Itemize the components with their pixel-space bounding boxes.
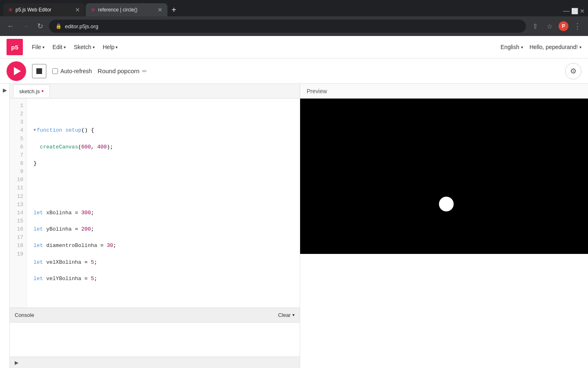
settings-button[interactable]: ⚙: [565, 63, 581, 79]
preview-header: Preview: [300, 84, 588, 99]
code-editor-column: sketch.js • 1 2 3 4 5 6 7 8 9 10: [10, 84, 300, 368]
file-chevron: ▾: [42, 45, 45, 49]
sidebar-toggle[interactable]: ▶: [0, 84, 10, 368]
user-chevron: ▾: [579, 45, 581, 49]
code-line-12: [33, 291, 293, 299]
code-line-1: [33, 110, 293, 118]
play-icon: [14, 67, 21, 75]
user-menu[interactable]: Hello, pepedurand! ▾: [530, 44, 581, 50]
code-line-3: createCanvas(600, 400);: [33, 143, 293, 151]
console-header: Console Clear ▾: [10, 308, 300, 323]
browser-chrome: ✳ p5.js Web Editor ✕ ✳ reference | circl…: [0, 0, 588, 36]
auto-refresh-label[interactable]: Auto-refresh: [52, 68, 92, 74]
code-line-7: let xBolinha = 300;: [33, 209, 293, 217]
editor-tab-bar: sketch.js •: [10, 84, 300, 99]
forward-button[interactable]: →: [20, 20, 31, 32]
sketch-name-area: Round popcorn ✏: [98, 67, 147, 74]
code-area[interactable]: 1 2 3 4 5 6 7 8 9 10 11 12 13 14 15 16 1: [10, 99, 300, 307]
stop-icon: [36, 68, 42, 74]
modified-dot: •: [42, 88, 44, 95]
console-clear-btn[interactable]: Clear ▾: [278, 312, 295, 318]
browser-controls-bar: ← → ↻ 🔒 editor.p5js.org ⇧ ☆ P ⋮: [0, 16, 588, 36]
code-line-2: ▼function setup() {: [33, 126, 293, 135]
console-expand-icon: ▾: [292, 312, 295, 318]
close-icon[interactable]: ✕: [580, 8, 585, 14]
p5-logo: p5: [7, 39, 23, 55]
browser-tabs-bar: ✳ p5.js Web Editor ✕ ✳ reference | circl…: [0, 0, 588, 16]
code-line-4: }: [33, 159, 293, 168]
lang-chevron: ▾: [521, 45, 523, 49]
address-bar[interactable]: 🔒 editor.p5js.org: [49, 20, 526, 33]
app: p5 File ▾ Edit ▾ Sketch ▾ Help ▾ English…: [0, 36, 588, 368]
tab2-title: reference | circle(): [98, 7, 155, 13]
share-button[interactable]: ⇧: [529, 20, 541, 32]
maximize-icon[interactable]: ⬜: [571, 8, 578, 14]
console-title: Console: [15, 312, 34, 318]
new-tab-button[interactable]: +: [168, 3, 180, 16]
lock-icon: 🔒: [56, 23, 62, 29]
code-line-9: let diamentroBolinha = 30;: [33, 242, 293, 250]
preview-panel: Preview: [300, 84, 588, 368]
browser-tab-p5js[interactable]: ✳ p5.js Web Editor ✕: [3, 3, 85, 16]
editor-tab-sketchjs[interactable]: sketch.js •: [13, 85, 50, 97]
console-body[interactable]: [10, 323, 300, 357]
minimize-icon[interactable]: —: [563, 7, 570, 15]
app-header: p5 File ▾ Edit ▾ Sketch ▾ Help ▾ English…: [0, 36, 588, 58]
code-line-6: [33, 193, 293, 201]
code-line-5: [33, 176, 293, 184]
sketch-name-text: Round popcorn: [98, 67, 140, 74]
window-controls: — ⬜ ✕: [563, 7, 585, 16]
address-text[interactable]: editor.p5js.org: [65, 23, 98, 29]
menu-help[interactable]: Help ▾: [99, 41, 122, 53]
code-line-11: let velYBolinha = 5;: [33, 275, 293, 283]
stop-button[interactable]: [32, 64, 47, 79]
toolbar: Auto-refresh Round popcorn ✏ ⚙: [0, 58, 588, 84]
auto-refresh-checkbox[interactable]: [52, 68, 58, 74]
help-chevron: ▾: [116, 45, 118, 49]
play-button[interactable]: [7, 61, 26, 81]
language-selector[interactable]: English ▾: [501, 44, 523, 50]
back-button[interactable]: ←: [5, 20, 16, 32]
browser-tab-reference[interactable]: ✳ reference | circle() ✕: [86, 3, 167, 16]
refresh-button[interactable]: ↻: [34, 20, 46, 32]
pencil-icon[interactable]: ✏: [142, 68, 147, 74]
tab2-close[interactable]: ✕: [158, 7, 163, 13]
editor-area: ▶ sketch.js • 1 2 3 4 5 6: [0, 84, 588, 368]
tab1-close[interactable]: ✕: [75, 7, 80, 13]
console-panel: Console Clear ▾: [10, 307, 300, 357]
menu-edit[interactable]: Edit ▾: [49, 41, 70, 53]
code-line-10: let velXBolinha = 5;: [33, 258, 293, 267]
tab1-title: p5.js Web Editor: [16, 7, 73, 13]
edit-chevron: ▾: [64, 45, 66, 49]
line-numbers: 1 2 3 4 5 6 7 8 9 10 11 12 13 14 15 16 1: [10, 99, 27, 307]
collapse-icon[interactable]: ▶: [3, 87, 7, 93]
menu-sketch[interactable]: Sketch ▾: [70, 41, 99, 53]
bottom-expand-bar: ▶: [10, 357, 300, 368]
tab2-favicon: ✳: [91, 7, 96, 13]
expand-icon[interactable]: ▶: [15, 360, 18, 366]
sketch-chevron: ▾: [93, 45, 95, 49]
bookmark-button[interactable]: ☆: [544, 20, 555, 32]
code-line-8: let yBolinha = 200;: [33, 225, 293, 233]
menu-file[interactable]: File ▾: [28, 41, 49, 53]
tab1-favicon: ✳: [8, 7, 13, 13]
menu-button[interactable]: ⋮: [572, 20, 583, 32]
preview-canvas: [300, 99, 588, 254]
profile-avatar[interactable]: P: [559, 21, 568, 31]
white-circle: [439, 197, 454, 211]
code-content[interactable]: ▼function setup() { createCanvas(600, 40…: [27, 99, 300, 307]
